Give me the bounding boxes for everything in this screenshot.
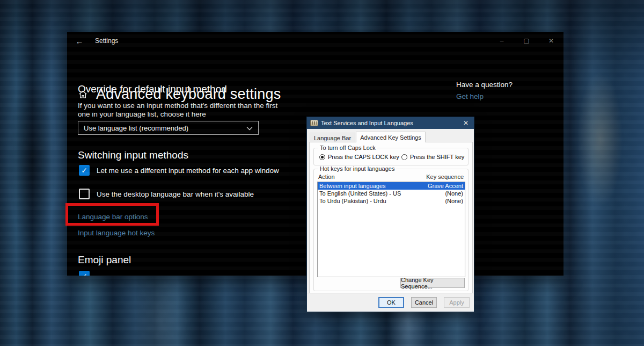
get-help-link[interactable]: Get help bbox=[456, 92, 484, 100]
radio-press-shift[interactable]: Press the SHIFT key bbox=[401, 154, 464, 160]
dialog-close-button[interactable]: ✕ bbox=[461, 119, 471, 127]
input-method-dropdown[interactable]: Use language list (recommended) bbox=[78, 121, 259, 135]
window-title: Settings bbox=[95, 37, 118, 45]
checkbox-row-desktop-language-bar[interactable]: Use the desktop language bar when it's a… bbox=[79, 189, 254, 199]
close-button[interactable]: ✕ bbox=[539, 32, 564, 49]
hotkey-action: To Urdu (Pakistan) - Urdu bbox=[319, 198, 386, 204]
tab-language-bar[interactable]: Language Bar bbox=[310, 133, 355, 142]
list-item[interactable]: To English (United States) - US (None) bbox=[318, 190, 465, 197]
radio-unselected-icon[interactable] bbox=[401, 154, 407, 160]
maximize-button[interactable]: ▢ bbox=[514, 32, 539, 49]
input-language-hot-keys-link[interactable]: Input language hot keys bbox=[78, 229, 155, 237]
hotkeys-listbox[interactable]: Between input languages Grave Accent To … bbox=[317, 182, 465, 277]
hotkey-action: To English (United States) - US bbox=[319, 190, 401, 197]
dialog-title: Text Services and Input Languages bbox=[321, 120, 461, 126]
radio-label: Press the SHIFT key bbox=[410, 154, 464, 160]
hotkey-sequence: Grave Accent bbox=[428, 183, 463, 189]
back-icon: ← bbox=[76, 37, 84, 46]
radio-label: Press the CAPS LOCK key bbox=[328, 154, 399, 160]
keyboard-icon bbox=[310, 120, 318, 126]
dropdown-selected-value: Use language list (recommended) bbox=[84, 124, 188, 132]
hotkeys-group-title: Hot keys for input languages bbox=[318, 165, 396, 172]
ok-button[interactable]: OK bbox=[378, 297, 404, 308]
list-item[interactable]: Between input languages Grave Accent bbox=[318, 182, 465, 190]
dialog-footer: OK Cancel Apply bbox=[307, 293, 474, 312]
advanced-key-settings-page: To turn off Caps Lock Press the CAPS LOC… bbox=[309, 142, 473, 293]
hotkey-sequence: (None) bbox=[445, 190, 463, 197]
home-icon[interactable] bbox=[78, 90, 88, 99]
cancel-button[interactable]: Cancel bbox=[411, 297, 437, 308]
list-item[interactable]: To Urdu (Pakistan) - Urdu (None) bbox=[318, 197, 465, 205]
page-header: Advanced keyboard settings bbox=[78, 86, 281, 103]
hotkeys-groupbox: Hot keys for input languages Action Key … bbox=[313, 169, 469, 291]
apply-button[interactable]: Apply bbox=[444, 297, 470, 308]
switching-section-title: Switching input methods bbox=[78, 149, 188, 161]
checkbox-checked-icon[interactable]: ✓ bbox=[79, 165, 90, 176]
maximize-icon: ▢ bbox=[523, 37, 529, 45]
checkbox-unchecked-icon[interactable] bbox=[79, 189, 90, 199]
back-button[interactable]: ← bbox=[67, 32, 92, 49]
dialog-titlebar[interactable]: Text Services and Input Languages ✕ bbox=[307, 117, 474, 129]
checkbox-checked-icon[interactable]: ✓ bbox=[79, 271, 90, 276]
radio-selected-icon[interactable] bbox=[319, 154, 325, 160]
language-bar-options-link[interactable]: Language bar options bbox=[78, 213, 148, 221]
checkbox-label: Use the desktop language bar when it's a… bbox=[97, 190, 254, 198]
override-description-line2: one in your language list, choose it her… bbox=[78, 110, 206, 119]
tab-advanced-key-settings[interactable]: Advanced Key Settings bbox=[356, 132, 426, 142]
desktop-background: ← Settings – ▢ ✕ Advanced keyboard setti… bbox=[0, 0, 644, 346]
text-services-dialog: Text Services and Input Languages ✕ Lang… bbox=[306, 117, 474, 312]
minimize-button[interactable]: – bbox=[489, 32, 514, 49]
minimize-icon: – bbox=[500, 37, 504, 45]
annotation-highlight-box bbox=[65, 203, 159, 226]
settings-titlebar: ← Settings – ▢ ✕ bbox=[67, 32, 564, 49]
close-icon: ✕ bbox=[548, 37, 554, 45]
list-headers: Action Key sequence bbox=[318, 174, 464, 180]
caps-group-title: To turn off Caps Lock bbox=[318, 145, 377, 151]
column-header-key-sequence: Key sequence bbox=[426, 174, 464, 180]
emoji-section-title: Emoji panel bbox=[78, 254, 131, 266]
chevron-down-icon bbox=[246, 124, 253, 132]
hotkey-sequence: (None) bbox=[445, 198, 463, 204]
emoji-checkbox-row-partial[interactable]: ✓ bbox=[79, 271, 90, 276]
dialog-tabstrip: Language Bar Advanced Key Settings bbox=[310, 132, 426, 142]
checkbox-row-per-app-input[interactable]: ✓ Let me use a different input method fo… bbox=[79, 165, 279, 176]
caps-lock-groupbox: To turn off Caps Lock Press the CAPS LOC… bbox=[313, 148, 469, 165]
have-a-question-label: Have a question? bbox=[456, 81, 513, 89]
change-key-sequence-button[interactable]: Change Key Sequence... bbox=[400, 278, 465, 288]
hotkey-action: Between input languages bbox=[319, 183, 386, 189]
window-controls: – ▢ ✕ bbox=[489, 32, 564, 49]
page-title: Advanced keyboard settings bbox=[96, 86, 281, 103]
override-section-title: Override for default input method bbox=[78, 83, 227, 95]
radio-press-caps-lock[interactable]: Press the CAPS LOCK key bbox=[319, 154, 399, 160]
column-header-action: Action bbox=[318, 174, 335, 180]
checkbox-label: Let me use a different input method for … bbox=[97, 167, 279, 175]
override-description-line1: If you want to use an input method that'… bbox=[78, 102, 277, 110]
